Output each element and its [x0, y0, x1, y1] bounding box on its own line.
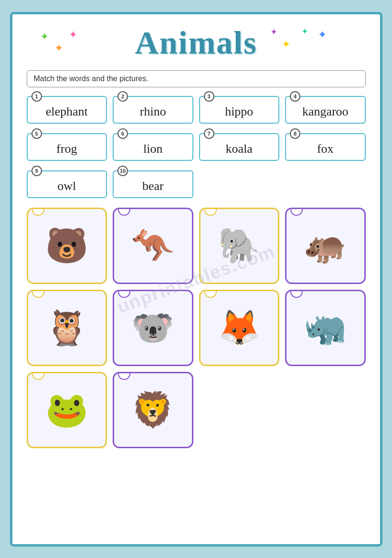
- pic-card-owl[interactable]: 🦉: [27, 290, 107, 366]
- word-number-5: 5: [32, 128, 42, 139]
- star-purple: ✦: [270, 27, 277, 37]
- word-number-1: 1: [32, 91, 42, 102]
- pic-card-frog[interactable]: 🐸: [27, 372, 107, 448]
- animal-koala: 🐨: [114, 291, 192, 365]
- page: unprintables.com ✦ ✦ ✦ ✦ ✦ ✦ ✦ Animals M…: [10, 12, 382, 547]
- animal-kangaroo: 🦘: [114, 209, 192, 283]
- pic-card-bear[interactable]: 🐻: [27, 208, 107, 284]
- star-orange: ✦: [54, 42, 63, 54]
- word-item-3: 3 hippo: [199, 96, 280, 124]
- pic-card-fox[interactable]: 🦊: [199, 290, 280, 366]
- word-label-1: elephant: [32, 100, 102, 119]
- word-item-4: 4 kangaroo: [285, 96, 366, 124]
- word-label-3: hippo: [205, 100, 274, 119]
- pic-row-2: 🦉 🐨 🦊 🦏: [27, 290, 366, 366]
- pic-card-koala[interactable]: 🐨: [113, 290, 193, 366]
- pic-card-hippo[interactable]: 🦛: [285, 208, 366, 284]
- word-label-8: fox: [291, 137, 360, 156]
- word-number-3: 3: [204, 91, 214, 102]
- word-item-9: 9 owl: [27, 170, 107, 198]
- instruction-box: Match the words and the pictures.: [27, 70, 366, 87]
- word-item-7: 7 koala: [199, 133, 280, 161]
- animal-hippo: 🦛: [286, 209, 364, 283]
- word-item-1: 1 elephant: [27, 96, 107, 124]
- pic-card-kangaroo[interactable]: 🦘: [113, 208, 193, 284]
- instruction-text: Match the words and the pictures.: [34, 74, 148, 83]
- picture-section: 🐻 🦘 🐘 🦛 🦉: [27, 208, 366, 448]
- empty-pic-1: [199, 372, 280, 448]
- word-grid-row2: 5 frog 6 lion 7 koala 8 fox: [27, 133, 366, 161]
- word-item-8: 8 fox: [285, 133, 366, 161]
- pic-row-3: 🐸 🦁: [27, 372, 366, 448]
- pic-card-rhino[interactable]: 🦏: [285, 290, 366, 366]
- word-number-10: 10: [117, 166, 128, 176]
- word-label-5: frog: [32, 137, 102, 156]
- page-title: Animals: [135, 24, 257, 61]
- star-teal: ✦: [301, 26, 308, 37]
- star-pink: ✦: [69, 29, 77, 41]
- word-number-4: 4: [290, 91, 300, 102]
- word-item-10: 10 bear: [113, 170, 193, 198]
- word-label-4: kangaroo: [291, 100, 360, 119]
- word-number-6: 6: [117, 128, 128, 139]
- pic-row-1: 🐻 🦘 🐘 🦛: [27, 208, 366, 284]
- animal-elephant: 🐘: [201, 209, 278, 283]
- animal-frog: 🐸: [28, 373, 106, 447]
- pic-card-elephant[interactable]: 🐘: [199, 208, 280, 284]
- star-blue: ✦: [318, 29, 327, 41]
- word-grid-row3: 9 owl 10 bear: [27, 170, 366, 198]
- animal-lion: 🦁: [114, 373, 192, 447]
- animal-owl: 🦉: [28, 291, 106, 365]
- empty-slot-2: [285, 170, 366, 198]
- animal-rhino: 🦏: [286, 291, 364, 365]
- word-item-2: 2 rhino: [113, 96, 193, 124]
- word-number-7: 7: [204, 128, 214, 139]
- word-label-10: bear: [118, 174, 188, 193]
- empty-slot-1: [199, 170, 280, 198]
- word-label-7: koala: [205, 137, 274, 156]
- word-number-8: 8: [290, 128, 300, 139]
- word-number-9: 9: [32, 166, 42, 176]
- animal-bear: 🐻: [28, 209, 106, 283]
- pic-card-lion[interactable]: 🦁: [113, 372, 193, 448]
- word-item-5: 5 frog: [27, 133, 107, 161]
- word-label-9: owl: [32, 174, 102, 193]
- star-yellow: ✦: [282, 38, 290, 51]
- star-green: ✦: [40, 31, 49, 43]
- word-label-2: rhino: [118, 100, 188, 119]
- word-number-2: 2: [117, 91, 128, 102]
- title-area: ✦ ✦ ✦ ✦ ✦ ✦ ✦ Animals: [27, 24, 366, 62]
- word-grid-row1: 1 elephant 2 rhino 3 hippo 4 kangaroo: [27, 96, 366, 124]
- animal-fox: 🦊: [201, 291, 278, 365]
- word-label-6: lion: [118, 137, 188, 156]
- word-item-6: 6 lion: [113, 133, 193, 161]
- empty-pic-2: [285, 372, 366, 448]
